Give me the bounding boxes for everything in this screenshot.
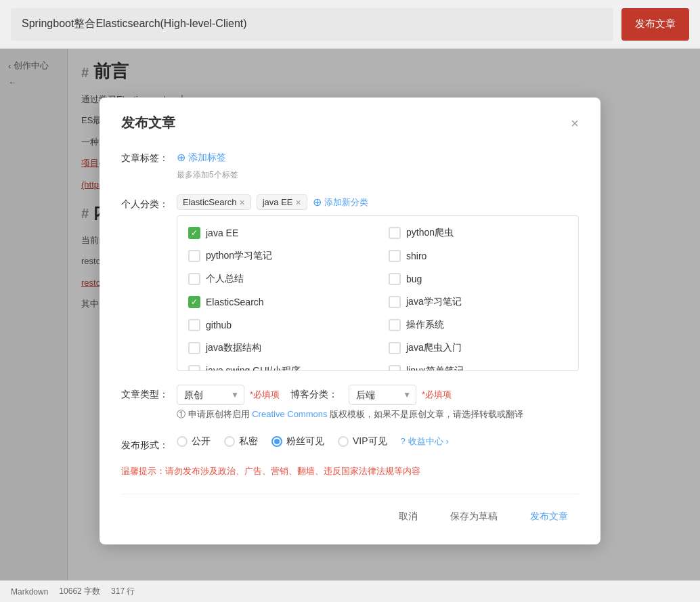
add-category-label: 添加新分类 [324, 196, 368, 209]
line-count: 317 行 [111, 586, 135, 597]
publish-format-label: 发布形式： [121, 435, 169, 452]
save-draft-button[interactable]: 保存为草稿 [439, 505, 508, 528]
checkbox-github [188, 319, 200, 331]
cat-item-label: java数据结构 [206, 342, 261, 354]
checkbox-python-crawler [389, 227, 401, 239]
publish-format-content: 公开 私密 粉丝可见 VIP可见 ? [177, 435, 579, 448]
radio-vip[interactable]: VIP可见 [338, 435, 387, 448]
required-mark2: *必填项 [422, 389, 452, 401]
radio-label-public: 公开 [192, 435, 211, 448]
income-link-label: 收益中心 › [408, 435, 449, 448]
category-dropdown: ✓ java EE python爬虫 python学习笔记 [177, 215, 579, 371]
top-publish-button[interactable]: 发布文章 [621, 8, 689, 41]
checkbox-personal [188, 273, 200, 285]
cat-item-label: ElasticSearch [206, 297, 264, 307]
cat-item-label: shiro [406, 251, 426, 261]
plus-circle-icon2: ⊕ [313, 196, 322, 209]
cc-note: ① 申请原创将启用 Creative Commons 版权模板，如果不是原创文章… [177, 408, 579, 422]
cat-item-bug[interactable]: bug [378, 267, 578, 291]
warning-text: 温馨提示：请勿发布涉及政治、广告、营销、翻墙、违反国家法律法规等内容 [121, 465, 579, 477]
blog-category-select-wrap: 后端 ▼ [349, 385, 416, 405]
type-row: 原创 ▼ *必填项 博客分类： 后端 ▼ [177, 385, 579, 405]
radio-circle-public [177, 436, 188, 447]
cat-item-java-crawler[interactable]: java爬虫入门 [378, 337, 578, 360]
article-type-content: 原创 ▼ *必填项 博客分类： 后端 ▼ [177, 385, 579, 422]
cc-link[interactable]: Creative Commons [252, 409, 327, 419]
radio-label-fans: 粉丝可见 [286, 435, 324, 448]
cat-item-linux[interactable]: linux简单笔记 [378, 360, 578, 371]
checkbox-bug [389, 273, 401, 285]
cat-item-shiro[interactable]: shiro [378, 244, 578, 267]
cat-item-python-crawler[interactable]: python爬虫 [378, 221, 578, 244]
category-tags: ElasticSearch × java EE × ⊕ 添加新分类 [177, 194, 579, 210]
checkbox-os [389, 319, 401, 331]
checkbox-shiro [389, 250, 401, 262]
cat-item-label: java EE [206, 228, 238, 238]
article-type-label: 文章类型： [121, 385, 169, 401]
cat-item-github[interactable]: github [177, 314, 378, 337]
cat-item-java-swing[interactable]: java swing GUI/小程序 [177, 360, 378, 371]
remove-javaee-button[interactable]: × [295, 198, 301, 207]
cat-item-label: java swing GUI/小程序 [206, 365, 301, 371]
blog-category-select[interactable]: 后端 [349, 385, 416, 405]
radio-circle-vip [338, 436, 349, 447]
radio-fans[interactable]: 粉丝可见 [271, 435, 324, 448]
cat-item-java-notes[interactable]: java学习笔记 [378, 291, 578, 314]
cat-grid: ✓ java EE python爬虫 python学习笔记 [177, 216, 578, 371]
radio-private[interactable]: 私密 [224, 435, 258, 448]
checkbox-java-ds [188, 342, 200, 354]
cat-item-label: linux简单笔记 [406, 365, 464, 371]
add-tag-button[interactable]: ⊕ 添加标签 [177, 148, 226, 167]
cat-item-label: python学习笔记 [206, 250, 272, 262]
modal-header: 发布文章 × [121, 114, 579, 132]
checkbox-java-swing [188, 365, 200, 371]
type-select-group: 原创 ▼ *必填项 [177, 385, 280, 405]
checkbox-elasticsearch: ✓ [188, 296, 200, 308]
radio-label-private: 私密 [239, 435, 258, 448]
plus-circle-icon: ⊕ [177, 151, 185, 164]
cat-item-label: java爬虫入门 [406, 342, 462, 354]
checkbox-linux [389, 365, 401, 371]
question-icon: ? [401, 436, 406, 446]
close-button[interactable]: × [571, 116, 579, 130]
category-tag-javaee: java EE × [257, 194, 307, 210]
blog-category-group: 后端 ▼ *必填项 [349, 385, 452, 405]
status-bar: Markdown 10662 字数 317 行 [0, 580, 700, 602]
blog-category-label: 博客分类： [290, 389, 338, 401]
cat-item-javaee[interactable]: ✓ java EE [177, 221, 378, 244]
radio-public[interactable]: 公开 [177, 435, 211, 448]
publish-button[interactable]: 发布文章 [519, 505, 579, 528]
tag-hint: 最多添加5个标签 [177, 169, 579, 181]
add-category-button[interactable]: ⊕ 添加新分类 [313, 196, 368, 209]
word-count: 10662 字数 [59, 586, 100, 597]
editor-area: ‹ 创作中心 ← # 前言 通过学习Elasticsearch一小 ES最大的坑… [0, 49, 700, 580]
cat-item-personal[interactable]: 个人总结 [177, 267, 378, 291]
checkbox-java-notes [389, 296, 401, 308]
modal-title: 发布文章 [121, 114, 175, 132]
checkbox-javaee: ✓ [188, 227, 200, 239]
tags-label: 文章标签： [121, 148, 169, 165]
tags-content: ⊕ 添加标签 最多添加5个标签 [177, 148, 579, 181]
remove-elasticsearch-button[interactable]: × [239, 198, 244, 207]
title-input[interactable] [11, 8, 613, 41]
category-content: ElasticSearch × java EE × ⊕ 添加新分类 [177, 194, 579, 371]
cat-item-os[interactable]: 操作系统 [378, 314, 578, 337]
cat-item-python-notes[interactable]: python学习笔记 [177, 244, 378, 267]
cat-item-java-ds[interactable]: java数据结构 [177, 337, 378, 360]
cat-item-label: java学习笔记 [406, 296, 462, 308]
article-type-select[interactable]: 原创 [177, 385, 244, 405]
required-mark1: *必填项 [250, 389, 280, 401]
cat-item-elasticsearch[interactable]: ✓ ElasticSearch [177, 291, 378, 314]
type-select-wrap: 原创 ▼ [177, 385, 244, 405]
tags-row: 文章标签： ⊕ 添加标签 最多添加5个标签 [121, 148, 579, 181]
cat-item-label: github [206, 320, 232, 330]
cancel-button[interactable]: 取消 [388, 505, 429, 528]
radio-circle-private [224, 436, 235, 447]
radio-label-vip: VIP可见 [353, 435, 387, 448]
top-bar: 发布文章 [0, 0, 700, 49]
category-row: 个人分类： ElasticSearch × java EE × ⊕ 添加新分类 [121, 194, 579, 371]
radio-circle-fans [271, 436, 282, 447]
category-tag-elasticsearch: ElasticSearch × [177, 194, 251, 210]
income-center-link[interactable]: ? 收益中心 › [401, 435, 449, 448]
checkbox-python-notes [188, 250, 200, 262]
